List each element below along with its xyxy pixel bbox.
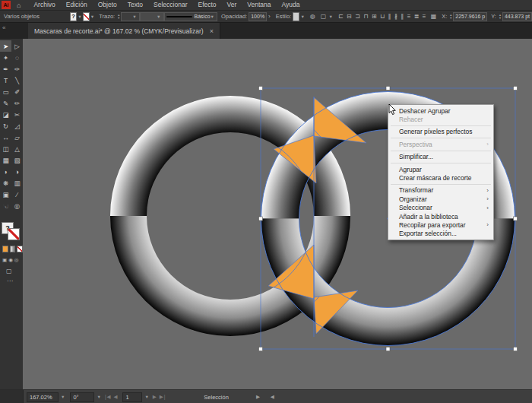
align-center-h-icon[interactable]: ⊟ bbox=[347, 13, 352, 20]
stroke-dropdown-icon[interactable]: ▼ bbox=[90, 14, 94, 19]
perspective-grid-tool[interactable]: △ bbox=[11, 143, 23, 154]
context-menu-item-crear-mascara-de-recorte[interactable]: Crear máscara de recorte bbox=[388, 173, 493, 182]
scale-tool[interactable]: ◿ bbox=[11, 120, 23, 132]
free-transform-tool[interactable]: ▱ bbox=[11, 132, 23, 143]
distribute-right-icon[interactable]: ∥ bbox=[401, 13, 404, 20]
paintbrush-tool[interactable]: ✐ bbox=[11, 86, 23, 97]
magic-wand-tool[interactable]: ✦ bbox=[0, 52, 11, 63]
shape-builder-tool[interactable]: ◫ bbox=[0, 143, 11, 154]
home-icon[interactable]: ⌂ bbox=[17, 2, 21, 9]
fill-dropdown-icon[interactable]: ▼ bbox=[78, 14, 81, 19]
draw-normal-icon[interactable]: ▣ bbox=[2, 257, 7, 263]
menu-item-seleccionar[interactable]: Seleccionar bbox=[148, 0, 192, 10]
direct-selection-tool[interactable]: ▷ bbox=[11, 40, 23, 52]
publish-globe-icon[interactable]: ◍ bbox=[310, 13, 315, 20]
x-field[interactable]: 2257.9616 p bbox=[453, 12, 487, 21]
context-menu-item-exportar-seleccion[interactable]: Exportar selección... bbox=[388, 230, 493, 238]
variable-width-select[interactable]: ▼ bbox=[140, 12, 164, 21]
menu-item-ayuda[interactable]: Ayuda bbox=[277, 0, 306, 10]
fill-stroke-indicator[interactable]: ? bbox=[2, 222, 21, 242]
eraser-tool[interactable]: ◪ bbox=[0, 109, 11, 120]
app-logo-icon[interactable]: Ai bbox=[2, 1, 11, 9]
collapse-panel-icon[interactable]: « bbox=[2, 24, 5, 31]
menu-item-objeto[interactable]: Objeto bbox=[93, 0, 122, 10]
slice-tool[interactable]: ∕ bbox=[11, 189, 23, 200]
selection-tool[interactable]: ➤ bbox=[0, 40, 11, 52]
style-swatch[interactable] bbox=[293, 12, 299, 21]
rotation-field[interactable]: 0° bbox=[70, 392, 94, 402]
artboard-dropdown-icon[interactable]: ▼ bbox=[144, 395, 148, 399]
type-tool[interactable]: T bbox=[0, 75, 11, 86]
mesh-tool[interactable]: ▦ bbox=[0, 154, 11, 166]
rotation-dropdown-icon[interactable]: ▼ bbox=[97, 395, 100, 399]
scissors-tool[interactable]: ✂ bbox=[11, 109, 23, 120]
selection-handle-4[interactable] bbox=[259, 217, 263, 221]
distribute-bottom-icon[interactable]: ≡ bbox=[423, 13, 426, 20]
gradient-button[interactable] bbox=[10, 246, 16, 252]
lasso-tool[interactable]: ◌ bbox=[11, 52, 23, 63]
pen-tool[interactable]: ✒ bbox=[0, 63, 11, 75]
none-button[interactable] bbox=[17, 246, 23, 252]
brush-definition-select[interactable]: Básico ▼ bbox=[164, 12, 217, 21]
align-right-icon[interactable]: ⊐ bbox=[355, 13, 360, 20]
line-segment-tool[interactable]: ╲ bbox=[11, 75, 23, 86]
align-top-icon[interactable]: ⊓ bbox=[363, 13, 368, 20]
distribute-left-icon[interactable]: ∥ bbox=[388, 13, 391, 20]
fill-color-swatch[interactable]: ? bbox=[70, 12, 77, 21]
menu-item-archivo[interactable]: Archivo bbox=[28, 0, 60, 10]
context-menu-item-seleccionar[interactable]: Seleccionar› bbox=[388, 204, 493, 212]
document-tab[interactable]: Mascaras de recorte.ai* @ 167.02 % (CMYK… bbox=[28, 23, 220, 39]
selection-handle-7[interactable] bbox=[386, 347, 390, 351]
context-menu-item-simplificar[interactable]: Simplificar... bbox=[388, 153, 493, 161]
opacity-more-icon[interactable]: › bbox=[268, 13, 271, 20]
context-menu-item-agrupar[interactable]: Agrupar bbox=[388, 165, 493, 173]
screen-mode-icon[interactable]: ▢ bbox=[6, 268, 23, 274]
zoom-tool[interactable]: ◎ bbox=[11, 200, 23, 211]
width-tool[interactable]: ↔ bbox=[0, 132, 11, 143]
menu-item-efecto[interactable]: Efecto bbox=[192, 0, 221, 10]
distribute-middle-icon[interactable]: ≣ bbox=[414, 13, 420, 20]
style-dropdown-icon[interactable]: ▼ bbox=[300, 14, 304, 19]
hand-tool[interactable]: ☜ bbox=[0, 200, 11, 211]
artboard-tool[interactable]: ▣ bbox=[0, 189, 11, 200]
selection-handle-2[interactable] bbox=[386, 87, 390, 90]
menu-item-ver[interactable]: Ver bbox=[222, 0, 242, 10]
gradient-tool[interactable]: ▧ bbox=[11, 154, 23, 166]
context-menu-item-anadir-a-la-biblioteca[interactable]: Añadir a la biblioteca bbox=[388, 212, 493, 221]
rectangle-tool[interactable]: ▭ bbox=[0, 86, 11, 97]
transform-grid-icon[interactable]: ▦ bbox=[431, 13, 437, 20]
opacity-field[interactable]: 100% bbox=[249, 12, 267, 21]
context-menu-item-recopilar-para-exportar[interactable]: Recopilar para exportar› bbox=[388, 221, 493, 229]
stroke-weight-stepper[interactable]: ▲▼ bbox=[117, 14, 120, 19]
selection-handle-8[interactable] bbox=[514, 347, 518, 351]
edit-toolbar-icon[interactable]: ⋯ bbox=[7, 278, 23, 284]
context-menu-item-organizar[interactable]: Organizar› bbox=[388, 195, 493, 203]
next-last-artboard-icons[interactable]: ▶ ▶| bbox=[153, 394, 166, 400]
zoom-dropdown-icon[interactable]: ▼ bbox=[61, 395, 65, 399]
pencil-tool[interactable]: ✎ bbox=[0, 97, 11, 109]
align-bottom-icon[interactable]: ⊔ bbox=[380, 13, 385, 20]
context-menu-item-generar-pixeles-perfectos[interactable]: Generar píxeles perfectos bbox=[388, 128, 493, 136]
eyedropper-tool[interactable]: ◗ bbox=[0, 166, 11, 177]
stroke-indicator[interactable] bbox=[8, 228, 20, 240]
stroke-color-swatch[interactable] bbox=[83, 12, 90, 21]
close-tab-icon[interactable]: × bbox=[210, 27, 214, 35]
document-setup-dropdown-icon[interactable]: ▼ bbox=[328, 14, 332, 19]
rotate-tool[interactable]: ↻ bbox=[0, 120, 11, 132]
selection-handle-5[interactable] bbox=[514, 217, 518, 221]
menu-item-ventana[interactable]: Ventana bbox=[242, 0, 276, 10]
align-middle-icon[interactable]: ⊞ bbox=[372, 13, 377, 20]
curvature-tool[interactable]: ✑ bbox=[11, 63, 23, 75]
status-history-icons[interactable]: ▶ ◀ bbox=[256, 394, 279, 400]
selection-handle-3[interactable] bbox=[514, 87, 518, 90]
first-prev-artboard-icons[interactable]: |◀ ◀ bbox=[105, 394, 119, 400]
y-field[interactable]: 443.873 pt bbox=[502, 12, 532, 21]
menu-item-edicion[interactable]: Edición bbox=[61, 0, 93, 10]
draw-inside-icon[interactable]: ◎ bbox=[14, 257, 19, 263]
selection-handle-6[interactable] bbox=[259, 347, 263, 351]
stroke-weight-field[interactable]: ▼ bbox=[121, 12, 140, 21]
align-left-icon[interactable]: ⊏ bbox=[338, 13, 344, 20]
context-menu-item-deshacer-agrupar[interactable]: Deshacer Agrupar bbox=[388, 106, 493, 115]
document-setup-icon[interactable]: ▢ bbox=[321, 13, 327, 20]
selection-handle-1[interactable] bbox=[259, 87, 263, 90]
